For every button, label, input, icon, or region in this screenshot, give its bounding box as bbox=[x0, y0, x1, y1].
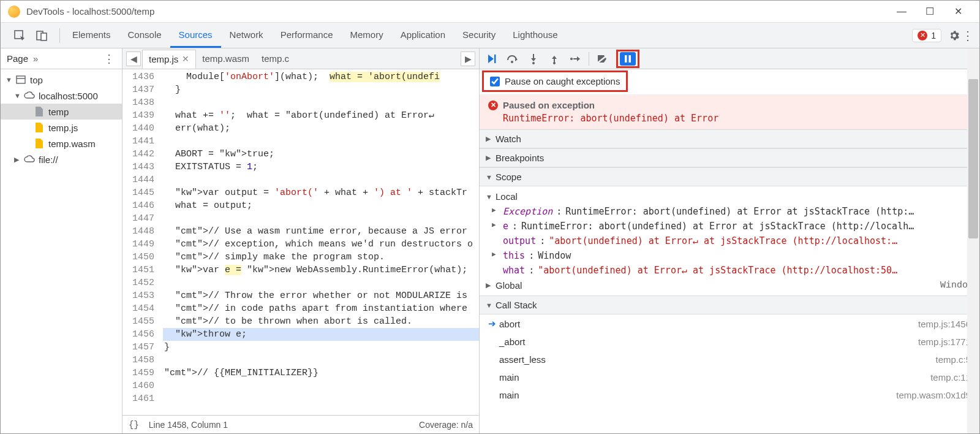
breakpoints-section-header[interactable]: ▶Breakpoints bbox=[480, 148, 979, 167]
step-over-button[interactable] bbox=[505, 51, 520, 66]
scope-body: ▼Local ▶Exception: RuntimeError: abort(u… bbox=[480, 186, 979, 295]
sidebar-menu-icon[interactable]: ⋮ bbox=[102, 52, 116, 66]
deactivate-breakpoints-button[interactable] bbox=[595, 51, 610, 66]
more-menu-icon[interactable]: ⋮ bbox=[961, 29, 974, 42]
nav-forward-icon[interactable]: ▶ bbox=[461, 51, 475, 66]
devtools-tab-bar: ElementsConsoleSourcesNetworkPerformance… bbox=[1, 23, 979, 48]
call-stack-frame[interactable]: maintemp.c:11 bbox=[480, 368, 979, 386]
resume-button[interactable] bbox=[484, 51, 499, 66]
sidebar-header: Page » ⋮ bbox=[1, 48, 122, 69]
file-tab[interactable]: temp.wasm bbox=[196, 50, 255, 67]
error-icon: ✕ bbox=[918, 31, 927, 40]
tree-file-origin-label: file:// bbox=[39, 154, 58, 165]
window-close-button[interactable]: ✕ bbox=[944, 2, 972, 21]
scope-local-header[interactable]: ▼Local bbox=[480, 189, 979, 204]
line-gutter: 1436143714381439144014411442144314441445… bbox=[123, 69, 159, 415]
call-stack-section-header[interactable]: ▼Call Stack bbox=[480, 295, 979, 314]
coverage-status: Coverage: n/a bbox=[419, 420, 473, 430]
pause-exceptions-highlight bbox=[616, 50, 639, 68]
tab-application[interactable]: Application bbox=[392, 23, 454, 48]
sidebar-more-icon[interactable]: » bbox=[33, 53, 38, 64]
watch-section-header[interactable]: ▶Watch bbox=[480, 129, 979, 148]
scope-section-header[interactable]: ▼Scope bbox=[480, 167, 979, 186]
inspect-element-icon[interactable] bbox=[13, 29, 26, 42]
cloud-icon bbox=[24, 154, 35, 165]
code-content[interactable]: Module['onAbort'](what); what = 'abort(u… bbox=[159, 69, 479, 415]
tree-host[interactable]: ▼ localhost:5000 bbox=[1, 88, 122, 104]
scope-variable[interactable]: ▶this: Window bbox=[480, 248, 979, 263]
file-tab[interactable]: temp.c bbox=[255, 50, 295, 67]
scope-variable[interactable]: ▶Exception: RuntimeError: abort(undefine… bbox=[480, 204, 979, 219]
divider bbox=[59, 28, 60, 43]
scope-variable[interactable]: what: "abort(undefined) at Error↵ at jsS… bbox=[480, 263, 979, 278]
tree-item[interactable]: temp.wasm bbox=[1, 135, 122, 151]
step-out-button[interactable] bbox=[547, 51, 562, 66]
call-stack-frame[interactable]: assert_lesstemp.c:5 bbox=[480, 351, 979, 368]
call-stack-body: ➔aborttemp.js:1456_aborttemp.js:1771asse… bbox=[480, 314, 979, 404]
tab-network[interactable]: Network bbox=[221, 23, 272, 48]
tree-top-label: top bbox=[30, 75, 43, 85]
tree-item[interactable]: temp bbox=[1, 104, 122, 120]
scope-variable[interactable]: output: "abort(undefined) at Error↵ at j… bbox=[480, 234, 979, 248]
window-title: DevTools - localhost:5000/temp bbox=[26, 6, 888, 17]
tab-performance[interactable]: Performance bbox=[272, 23, 342, 48]
cloud-icon bbox=[24, 90, 35, 101]
file-icon bbox=[34, 122, 45, 133]
svg-point-10 bbox=[553, 62, 556, 64]
tab-lighthouse[interactable]: Lighthouse bbox=[504, 23, 566, 48]
tab-memory[interactable]: Memory bbox=[342, 23, 392, 48]
tree-host-label: localhost:5000 bbox=[39, 91, 98, 101]
svg-rect-15 bbox=[629, 55, 631, 63]
call-stack-frame[interactable]: ➔aborttemp.js:1456 bbox=[480, 314, 979, 333]
sidebar-title[interactable]: Page bbox=[7, 53, 28, 64]
call-stack-frame[interactable]: _aborttemp.js:1771 bbox=[480, 333, 979, 351]
call-stack-frame[interactable]: maintemp.wasm:0x1d9 bbox=[480, 386, 979, 404]
file-icon bbox=[34, 106, 45, 117]
exception-title: Paused on exception bbox=[503, 100, 595, 110]
svg-point-8 bbox=[532, 62, 535, 64]
tab-console[interactable]: Console bbox=[119, 23, 170, 48]
scope-global-header[interactable]: ▶GlobalWindow bbox=[480, 278, 979, 293]
window-minimize-button[interactable]: — bbox=[888, 2, 916, 21]
pause-on-caught-label: Pause on caught exceptions bbox=[505, 76, 620, 86]
file-tab-bar: ◀ temp.js✕temp.wasmtemp.c ▶ bbox=[123, 48, 479, 69]
step-into-button[interactable] bbox=[526, 51, 541, 66]
nav-back-icon[interactable]: ◀ bbox=[126, 51, 141, 66]
tree-item[interactable]: temp.js bbox=[1, 120, 122, 135]
error-count: 1 bbox=[931, 31, 936, 40]
divider bbox=[589, 52, 589, 66]
window-titlebar: DevTools - localhost:5000/temp — ☐ ✕ bbox=[1, 1, 979, 23]
file-icon bbox=[34, 138, 45, 149]
tree-file-origin[interactable]: ▶ file:// bbox=[1, 151, 122, 167]
svg-rect-5 bbox=[494, 55, 496, 63]
debugger-toolbar bbox=[480, 48, 979, 69]
window-maximize-button[interactable]: ☐ bbox=[916, 2, 944, 21]
error-count-badge[interactable]: ✕ 1 bbox=[912, 29, 941, 42]
svg-rect-2 bbox=[41, 33, 47, 40]
svg-rect-3 bbox=[17, 76, 25, 83]
tree-top[interactable]: ▼ top bbox=[1, 72, 122, 88]
svg-rect-14 bbox=[625, 55, 627, 63]
tab-elements[interactable]: Elements bbox=[64, 23, 119, 48]
debugger-panel: Pause on caught exceptions ✕ Paused on e… bbox=[480, 48, 979, 433]
pause-on-caught-checkbox-row[interactable]: Pause on caught exceptions bbox=[482, 70, 628, 92]
pause-on-exceptions-button[interactable] bbox=[620, 52, 636, 66]
close-tab-icon[interactable]: ✕ bbox=[182, 54, 189, 64]
file-tab[interactable]: temp.js✕ bbox=[142, 50, 196, 69]
code-editor[interactable]: 1436143714381439144014411442144314441445… bbox=[123, 69, 479, 415]
tab-sources[interactable]: Sources bbox=[170, 23, 221, 48]
settings-gear-icon[interactable] bbox=[948, 29, 961, 42]
tab-security[interactable]: Security bbox=[454, 23, 504, 48]
format-code-icon[interactable]: {} bbox=[129, 420, 139, 430]
scope-variable[interactable]: ▶e: RuntimeError: abort(undefined) at Er… bbox=[480, 219, 979, 234]
scrollbar-track[interactable] bbox=[967, 48, 979, 433]
step-button[interactable] bbox=[568, 51, 582, 66]
file-tree: ▼ top ▼ localhost:5000 temptemp.jstemp.w… bbox=[1, 69, 122, 170]
editor-column: ◀ temp.js✕temp.wasmtemp.c ▶ 143614371438… bbox=[123, 48, 480, 433]
sources-sidebar: Page » ⋮ ▼ top ▼ localhost:5000 temptemp… bbox=[1, 48, 123, 433]
scrollbar-thumb[interactable] bbox=[968, 79, 978, 238]
svg-point-6 bbox=[511, 61, 513, 63]
svg-point-11 bbox=[570, 58, 573, 60]
device-toolbar-icon[interactable] bbox=[35, 29, 48, 42]
pause-on-caught-checkbox[interactable] bbox=[490, 77, 500, 86]
